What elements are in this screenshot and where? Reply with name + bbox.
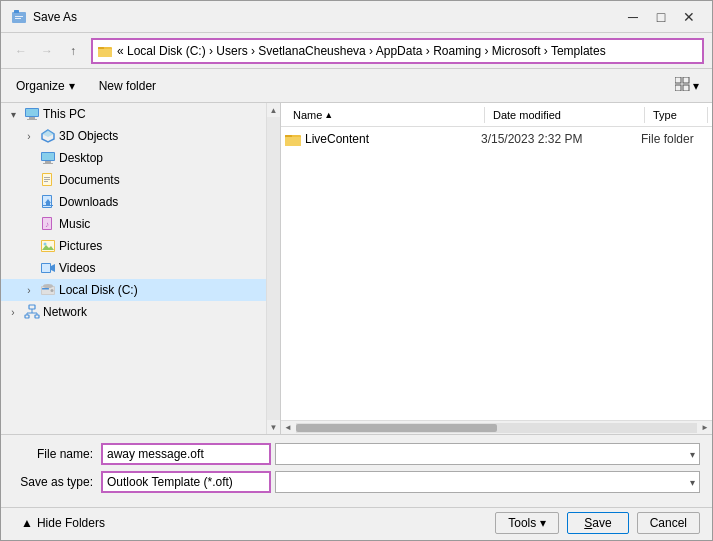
sidebar-item-3d-objects[interactable]: › 3D Objects	[1, 125, 266, 147]
scroll-left-arrow[interactable]: ◄	[281, 421, 295, 435]
sidebar-item-this-pc[interactable]: ▾ This PC	[1, 103, 266, 125]
sidebar-item-local-disk[interactable]: › Local Disk (C:)	[1, 279, 266, 301]
dialog-title: Save As	[33, 10, 77, 24]
svg-rect-54	[285, 135, 292, 137]
h-scroll-thumb	[296, 424, 497, 432]
tools-button[interactable]: Tools ▾	[495, 512, 559, 534]
view-button[interactable]: ▾	[670, 74, 704, 97]
sort-arrow-icon: ▲	[324, 110, 333, 120]
expand-icon-disk: ›	[21, 282, 37, 298]
maximize-button[interactable]: □	[648, 7, 674, 27]
sidebar-scrollbar[interactable]: ▲ ▼	[266, 103, 280, 434]
svg-rect-13	[29, 117, 35, 119]
breadcrumb-folder-icon	[97, 43, 113, 59]
bottom-bar: ▲ Hide Folders Tools ▾ Save Cancel	[1, 507, 712, 540]
svg-rect-24	[44, 179, 50, 180]
scroll-right-arrow[interactable]: ►	[698, 421, 712, 435]
svg-rect-9	[675, 85, 681, 91]
file-type-cell: File folder	[641, 132, 708, 146]
svg-rect-55	[285, 137, 301, 146]
close-button[interactable]: ✕	[676, 7, 702, 27]
file-list: LiveContent 3/15/2023 2:32 PM File folde…	[281, 127, 712, 420]
file-name-row: File name: ▾	[13, 443, 700, 465]
sidebar-tree: ▾ This PC ›	[1, 103, 280, 323]
hide-folders-arrow-icon: ▲	[21, 516, 33, 530]
save-rest-label: ave	[592, 516, 611, 530]
svg-text:♪: ♪	[45, 220, 49, 229]
svg-rect-1	[14, 10, 19, 13]
view-icon	[675, 77, 691, 94]
breadcrumb-container[interactable]: « Local Disk (C:) › Users › SvetlanaCheu…	[91, 38, 704, 64]
col-header-date[interactable]: Date modified	[485, 107, 645, 123]
sidebar-item-network-label: Network	[43, 305, 87, 319]
sidebar-item-music[interactable]: › ♪ Music	[1, 213, 266, 235]
music-icon: ♪	[40, 216, 56, 232]
local-disk-icon	[40, 282, 56, 298]
save-type-dropdown[interactable]: ▾	[275, 471, 700, 493]
save-type-input[interactable]	[101, 471, 271, 493]
save-type-dropdown-arrow-icon: ▾	[690, 477, 695, 488]
scroll-down-arrow[interactable]: ▼	[267, 420, 280, 434]
scroll-track-v[interactable]	[267, 117, 280, 420]
sidebar-item-documents[interactable]: › Documents	[1, 169, 266, 191]
organize-label: Organize	[16, 79, 65, 93]
toolbar: Organize ▾ New folder ▾	[1, 69, 712, 103]
col-header-type[interactable]: Type	[645, 107, 708, 123]
new-folder-button[interactable]: New folder	[90, 76, 165, 96]
up-button[interactable]: ↑	[61, 39, 85, 63]
sidebar-item-music-label: Music	[59, 217, 90, 231]
svg-point-45	[43, 284, 53, 288]
save-as-dialog: Save As ─ □ ✕ ← → ↑ « Local Disk (C:) › …	[0, 0, 713, 541]
sidebar-item-desktop[interactable]: › Desktop	[1, 147, 266, 169]
file-header: Name ▲ Date modified Type	[281, 103, 712, 127]
scroll-up-arrow[interactable]: ▲	[267, 103, 280, 117]
svg-rect-46	[29, 305, 35, 309]
breadcrumb-path: « Local Disk (C:) › Users › SvetlanaCheu…	[117, 44, 606, 58]
title-buttons: ─ □ ✕	[620, 7, 702, 27]
back-button[interactable]: ←	[9, 39, 33, 63]
network-icon	[24, 304, 40, 320]
tools-dropdown-icon: ▾	[540, 516, 546, 530]
svg-rect-20	[43, 163, 53, 164]
sidebar-item-network[interactable]: › Network	[1, 301, 266, 323]
sidebar-item-this-pc-label: This PC	[43, 107, 86, 121]
svg-rect-29	[46, 203, 50, 205]
expand-icon-net: ›	[5, 304, 21, 320]
dialog-icon	[11, 9, 27, 25]
sidebar-item-downloads[interactable]: › Downloads	[1, 191, 266, 213]
sidebar-item-pictures[interactable]: › Pictures	[1, 235, 266, 257]
file-folder-icon	[285, 131, 301, 147]
col-header-name[interactable]: Name ▲	[285, 107, 485, 123]
file-name-input[interactable]	[101, 443, 271, 465]
view-dropdown-arrow: ▾	[693, 79, 699, 93]
hide-folders-button[interactable]: ▲ Hide Folders	[13, 512, 113, 534]
sidebar-item-documents-label: Documents	[59, 173, 120, 187]
table-row[interactable]: LiveContent 3/15/2023 2:32 PM File folde…	[281, 129, 712, 149]
organize-arrow-icon: ▾	[69, 79, 75, 93]
horizontal-scrollbar[interactable]: ◄ ►	[281, 420, 712, 434]
svg-rect-40	[42, 264, 50, 272]
file-date-cell: 3/15/2023 2:32 PM	[481, 132, 641, 146]
svg-rect-25	[44, 181, 48, 182]
desktop-icon	[40, 150, 56, 166]
view-controls: ▾	[670, 74, 704, 97]
minimize-button[interactable]: ─	[620, 7, 646, 27]
videos-icon	[40, 260, 56, 276]
h-scroll-track[interactable]	[296, 423, 697, 433]
forward-button[interactable]: →	[35, 39, 59, 63]
svg-rect-0	[12, 12, 26, 23]
sidebar-item-videos[interactable]: › Videos	[1, 257, 266, 279]
svg-rect-6	[98, 49, 112, 57]
file-name-dropdown[interactable]: ▾	[275, 443, 700, 465]
svg-rect-18	[42, 153, 54, 160]
pc-icon	[24, 106, 40, 122]
svg-rect-14	[27, 119, 37, 120]
file-name-cell: LiveContent	[285, 131, 481, 147]
main-content: ▾ This PC ›	[1, 103, 712, 434]
toolbar-left: Organize ▾ New folder	[9, 76, 165, 96]
save-button[interactable]: Save	[567, 512, 628, 534]
svg-rect-2	[15, 16, 23, 17]
organize-button[interactable]: Organize ▾	[9, 76, 82, 96]
cancel-button[interactable]: Cancel	[637, 512, 700, 534]
pictures-icon	[40, 238, 56, 254]
